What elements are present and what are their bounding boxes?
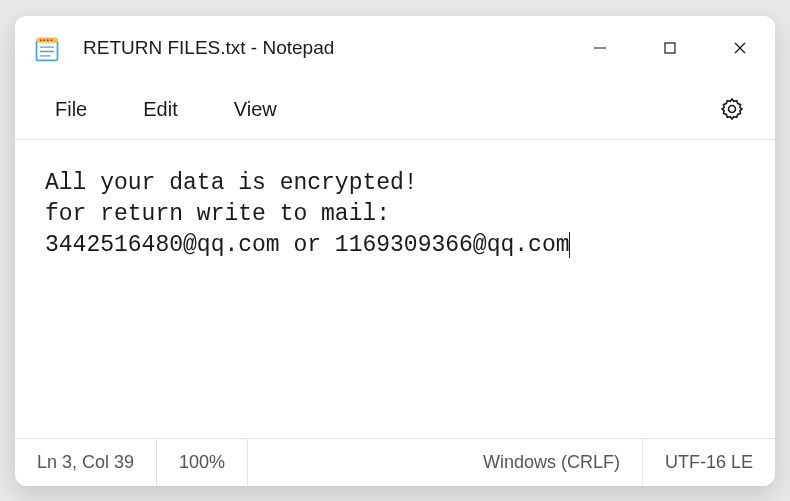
text-line-3: 3442516480@qq.com or 1169309366@qq.com [45,232,570,258]
settings-button[interactable] [711,88,753,130]
window-controls [565,16,775,80]
status-zoom[interactable]: 100% [157,439,248,486]
svg-point-3 [44,39,46,41]
minimize-button[interactable] [565,16,635,80]
gear-icon [720,97,744,121]
close-button[interactable] [705,16,775,80]
svg-rect-0 [37,41,58,60]
text-line-1: All your data is encrypted! [45,170,418,196]
status-position: Ln 3, Col 39 [15,439,157,486]
menubar: File Edit View [15,80,775,140]
svg-point-5 [51,39,53,41]
notepad-window: RETURN FILES.txt - Notepad File Edit Vie… [15,16,775,486]
statusbar: Ln 3, Col 39 100% Windows (CRLF) UTF-16 … [15,438,775,486]
window-title: RETURN FILES.txt - Notepad [83,37,565,59]
text-caret [569,232,570,257]
menu-view[interactable]: View [206,88,305,131]
notepad-app-icon [33,34,61,62]
menu-file[interactable]: File [27,88,115,131]
maximize-button[interactable] [635,16,705,80]
text-editor[interactable]: All your data is encrypted! for return w… [15,140,775,438]
status-encoding: UTF-16 LE [643,439,775,486]
status-line-ending: Windows (CRLF) [461,439,643,486]
svg-rect-10 [665,43,675,53]
titlebar: RETURN FILES.txt - Notepad [15,16,775,80]
text-line-2: for return write to mail: [45,201,390,227]
menu-edit[interactable]: Edit [115,88,205,131]
svg-point-4 [47,39,49,41]
svg-point-2 [40,39,42,41]
